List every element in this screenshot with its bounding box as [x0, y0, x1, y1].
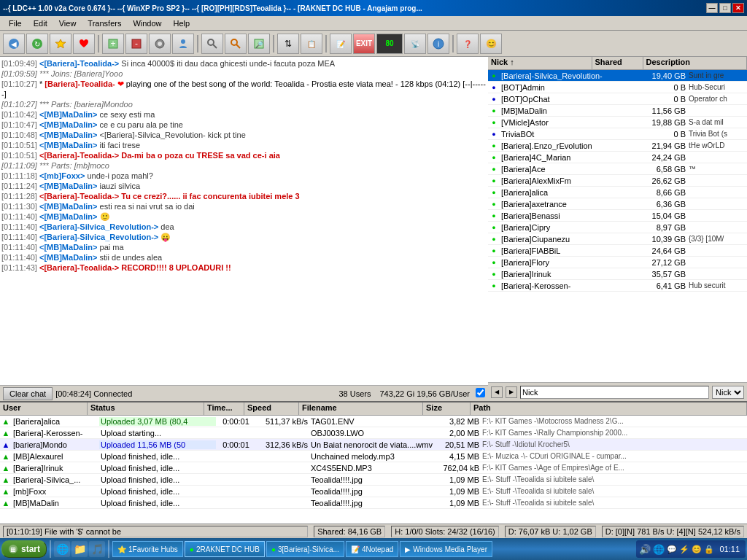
- chat-messages[interactable]: [01:09:49] <[Bariera]-Teoalida-> Si inca…: [0, 57, 488, 385]
- user-list-item[interactable]: ● [BOT]OpChat 0 B Operator ch: [488, 93, 747, 105]
- user-name: [Bariera]Irinuk: [500, 270, 638, 279]
- tray-icon-2[interactable]: 🌐: [653, 544, 665, 555]
- user-list-item[interactable]: ● [Bariera]Ciupanezu 10,39 GB {3/3} [10M…: [488, 233, 747, 245]
- menu-file[interactable]: File: [3, 18, 28, 29]
- user-list[interactable]: ● [Bariera]-Silvica_Revolution- 19,40 GB…: [488, 70, 747, 382]
- quicklaunch-media[interactable]: 🎵: [89, 541, 105, 557]
- toolbar-transfer-btn[interactable]: ⇅: [277, 34, 299, 54]
- tray-icon-4[interactable]: ⚡: [679, 545, 689, 554]
- user-list-item[interactable]: ● [MB]MaDalin 11,56 GB: [488, 105, 747, 117]
- stats-checkbox[interactable]: [476, 388, 485, 397]
- user-list-item[interactable]: ● [Bariera].Enzo_rEvolution 21,94 GB tHe…: [488, 140, 747, 152]
- toolbar-help-btn[interactable]: ❓: [457, 34, 479, 54]
- toolbar-speed-btn[interactable]: 80: [376, 34, 403, 54]
- toolbar-sep3: [273, 35, 274, 52]
- svg-text:⇅: ⇅: [285, 39, 292, 49]
- user-list-item[interactable]: ● [Bariera]Cipry 8,97 GB: [488, 222, 747, 233]
- user-list-item[interactable]: ● [Bariera]-Silvica_Revolution- 19,40 GB…: [488, 70, 747, 82]
- transfer-row[interactable]: ▲ [MB]Alexaurel Upload finished, idle...…: [0, 451, 747, 462]
- user-list-item[interactable]: ● [Bariera]FlABBiL 24,64 GB: [488, 245, 747, 257]
- user-list-item[interactable]: ● [Bariera]AlexMixFm 26,62 GB: [488, 175, 747, 187]
- menu-help[interactable]: Help: [168, 18, 196, 29]
- toolbar-back-btn[interactable]: ◀: [3, 34, 25, 54]
- chat-message: [01:10:27] *** Parts: [bariera]Mondoo: [1, 99, 487, 109]
- toolbar-queue-btn[interactable]: 📋: [301, 34, 322, 54]
- transfer-row[interactable]: ▲ [bariera]Mondo Uploaded 11,56 MB (50 0…: [0, 439, 747, 451]
- tray-icon-1[interactable]: 🔊: [639, 544, 651, 555]
- user-shared: 15,04 GB: [638, 211, 689, 220]
- taskbar-item-silvica[interactable]: ● 3[Bariera]-Silvica...: [266, 541, 344, 557]
- menu-window[interactable]: Window: [127, 18, 167, 29]
- transfer-stats: D: [0][N] 781 B/s U: [4][N] 524,12 kB/s: [602, 526, 744, 537]
- user-name: TriviaBOt: [500, 130, 638, 139]
- menu-edit[interactable]: Edit: [28, 18, 53, 29]
- start-button[interactable]: ⊞ start: [1, 540, 47, 558]
- minimize-button[interactable]: —: [706, 3, 718, 13]
- clear-chat-button[interactable]: Clear chat: [3, 387, 53, 400]
- transfer-row[interactable]: ▲ [Bariera]-Silvica_... Upload finished,…: [0, 474, 747, 486]
- transfer-row[interactable]: ▲ [mb]Foxx Upload finished, idle... Teoa…: [0, 486, 747, 497]
- transfer-row[interactable]: ▲ [Bariera]Irinuk Upload finished, idle.…: [0, 462, 747, 474]
- user-list-item[interactable]: ● [Bariera]Benassi 15,04 GB: [488, 210, 747, 222]
- taskbar-item-wmp[interactable]: ▶ Windows Media Player: [400, 541, 492, 557]
- nick-input-field[interactable]: [520, 386, 709, 399]
- toolbar-add-btn[interactable]: +: [102, 34, 124, 54]
- toolbar-refresh-btn[interactable]: ↻: [26, 34, 48, 54]
- taskbar-item-raknet[interactable]: ● 2RAKNET DC HUB: [185, 541, 265, 557]
- quicklaunch-folder[interactable]: 📁: [71, 541, 88, 557]
- toolbar-fav-btn[interactable]: [50, 34, 71, 54]
- toolbar-search-btn[interactable]: [201, 34, 223, 54]
- taskbar-item-favorite-hubs[interactable]: ⭐ 1Favorite Hubs: [112, 541, 183, 557]
- user-list-item[interactable]: ● [Bariera]4C_Marian 24,24 GB: [488, 152, 747, 163]
- transfer-row[interactable]: ▲ [MB]MaDalin Upload finished, idle... T…: [0, 497, 747, 509]
- user-list-item[interactable]: ● TriviaBOt 0 B Trivia Bot (s: [488, 128, 747, 140]
- taskbar-silvica-label: 3[Bariera]-Silvica...: [278, 545, 339, 553]
- toolbar-stop-btn[interactable]: EXIT: [353, 34, 375, 54]
- start-label: start: [21, 544, 40, 554]
- toolbar-smiley-btn[interactable]: 😊: [480, 34, 502, 54]
- user-list-item[interactable]: ● [BOT]Admin 0 B Hub-Securi: [488, 82, 747, 93]
- toolbar-settings-btn[interactable]: [149, 34, 171, 54]
- user-list-item[interactable]: ● [Bariera]alica 8,66 GB: [488, 187, 747, 198]
- close-button[interactable]: ✕: [732, 3, 744, 13]
- user-list-item[interactable]: ● [VMicle]Astor 19,88 GB S-a dat mil: [488, 117, 747, 128]
- user-desc: Trivia Bot (s: [689, 130, 747, 138]
- svg-text:-: -: [135, 39, 138, 49]
- toolbar-filter-btn[interactable]: 🔎: [248, 34, 270, 54]
- toolbar-info-btn[interactable]: i: [427, 34, 449, 54]
- transfer-user: [Bariera]Irinuk: [12, 464, 99, 472]
- transfer-size: 1,09 MB: [435, 499, 482, 508]
- quicklaunch-ie[interactable]: 🌐: [54, 541, 70, 557]
- check-icon[interactable]: [476, 388, 485, 399]
- right-arrow-btn[interactable]: ▶: [506, 386, 517, 398]
- tray-icon-6[interactable]: 🔒: [704, 545, 714, 554]
- user-list-item[interactable]: ● [Bariera]Irinuk 35,57 GB: [488, 268, 747, 280]
- transfer-row[interactable]: ▲ [Bariera]-Kerossen- Upload starting...…: [0, 427, 747, 439]
- transfer-row[interactable]: ▲ [Bariera]alica Uploaded 3,07 MB (80,4 …: [0, 416, 747, 427]
- toolbar-advsearch-btn[interactable]: [225, 34, 247, 54]
- user-list-item[interactable]: ● [Bariera]axetrance 6,36 GB: [488, 198, 747, 210]
- toolbar-remove-btn[interactable]: -: [125, 34, 147, 54]
- tray-icon-5[interactable]: 😊: [692, 545, 702, 554]
- speed-col: Speed: [244, 402, 299, 415]
- menu-view[interactable]: View: [53, 18, 82, 29]
- left-arrow-btn[interactable]: ◀: [491, 386, 503, 398]
- tray-icon-3[interactable]: 💬: [667, 545, 677, 554]
- user-list-item[interactable]: ● [Bariera]-Kerossen- 6,41 GB Hub securi…: [488, 280, 747, 292]
- toolbar-user-btn[interactable]: [172, 34, 194, 54]
- chat-message: [01:11:09] *** Parts: [mb]moco: [1, 160, 487, 171]
- upload-icon: ▲: [0, 452, 12, 461]
- user-list-item[interactable]: ● [Bariera]Ace 6,58 GB ™: [488, 163, 747, 175]
- toolbar-note-btn[interactable]: 📝: [330, 34, 352, 54]
- menu-transfers[interactable]: Transfers: [82, 18, 127, 29]
- toolbar-wifi-btn[interactable]: 📡: [404, 34, 426, 54]
- taskbar-notepad-label: 4Notepad: [362, 545, 393, 553]
- taskbar-clock[interactable]: 01:11: [716, 545, 743, 553]
- nick-dropdown[interactable]: Nick: [712, 386, 744, 399]
- toolbar-heart-btn[interactable]: [73, 34, 95, 54]
- transfer-list[interactable]: ▲ [Bariera]alica Uploaded 3,07 MB (80,4 …: [0, 416, 747, 524]
- taskbar-item-notepad[interactable]: 📝 4Notepad: [346, 541, 398, 557]
- download-status: D: 76,07 kB U: 1,02 GB: [505, 526, 596, 537]
- maximize-button[interactable]: □: [719, 3, 731, 13]
- user-list-item[interactable]: ● [Bariera]Flory 27,12 GB: [488, 257, 747, 268]
